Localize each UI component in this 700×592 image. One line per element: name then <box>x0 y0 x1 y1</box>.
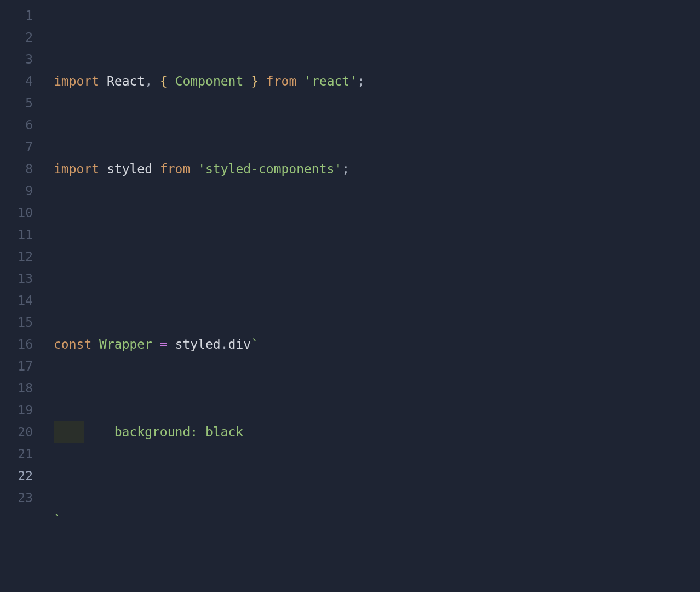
line-number: 7 <box>0 136 33 158</box>
variable-name: Wrapper <box>99 337 152 351</box>
code-line[interactable]: import React, { Component } from 'react'… <box>54 70 463 92</box>
code-editor[interactable]: 1234567891011121314151617181920212223 im… <box>0 0 700 592</box>
semicolon: ; <box>357 74 365 88</box>
brace-open: { <box>160 74 168 88</box>
identifier: styled <box>107 162 152 176</box>
string-literal: 'styled-components' <box>198 162 342 176</box>
line-number: 4 <box>0 70 33 92</box>
line-number: 21 <box>0 443 33 465</box>
line-number: 13 <box>0 267 33 289</box>
string-literal: 'react' <box>304 74 357 88</box>
comma: , <box>145 74 152 88</box>
dot: . <box>221 337 228 351</box>
line-number: 9 <box>0 180 33 202</box>
keyword-from: from <box>266 74 296 88</box>
identifier: styled <box>175 337 221 351</box>
code-area[interactable]: import React, { Component } from 'react'… <box>39 0 463 592</box>
operator-eq: = <box>160 337 168 351</box>
line-number: 10 <box>0 202 33 224</box>
line-number: 19 <box>0 399 33 421</box>
line-number: 8 <box>0 158 33 180</box>
line-number: 22 <box>0 465 33 487</box>
keyword-import: import <box>54 74 99 88</box>
indent-guide <box>54 421 84 443</box>
line-number: 12 <box>0 246 33 267</box>
template-body: background: black <box>84 425 243 439</box>
code-line[interactable]: ` <box>54 509 463 531</box>
line-number: 14 <box>0 289 33 311</box>
keyword-const: const <box>54 337 91 351</box>
line-number: 3 <box>0 48 33 70</box>
line-number: 18 <box>0 377 33 399</box>
brace-close: } <box>251 74 259 88</box>
keyword-from: from <box>160 162 190 176</box>
code-line[interactable]: import styled from 'styled-components'; <box>54 158 463 180</box>
line-number: 20 <box>0 421 33 443</box>
backtick: ` <box>251 337 259 351</box>
line-number: 16 <box>0 333 33 355</box>
line-number-gutter: 1234567891011121314151617181920212223 <box>0 0 39 592</box>
code-line[interactable]: background: black <box>54 421 463 443</box>
semicolon: ; <box>342 162 349 176</box>
backtick: ` <box>54 513 61 527</box>
line-number: 2 <box>0 26 33 48</box>
identifier: Component <box>175 74 244 88</box>
code-line[interactable] <box>54 246 463 267</box>
line-number: 11 <box>0 224 33 246</box>
code-line[interactable]: const Wrapper = styled.div` <box>54 333 463 355</box>
identifier: React <box>107 74 145 88</box>
line-number: 17 <box>0 355 33 377</box>
line-number: 15 <box>0 311 33 333</box>
line-number: 1 <box>0 4 33 26</box>
line-number: 23 <box>0 487 33 509</box>
keyword-import: import <box>54 162 99 176</box>
identifier: div <box>228 337 251 351</box>
line-number: 5 <box>0 92 33 114</box>
line-number: 6 <box>0 114 33 136</box>
